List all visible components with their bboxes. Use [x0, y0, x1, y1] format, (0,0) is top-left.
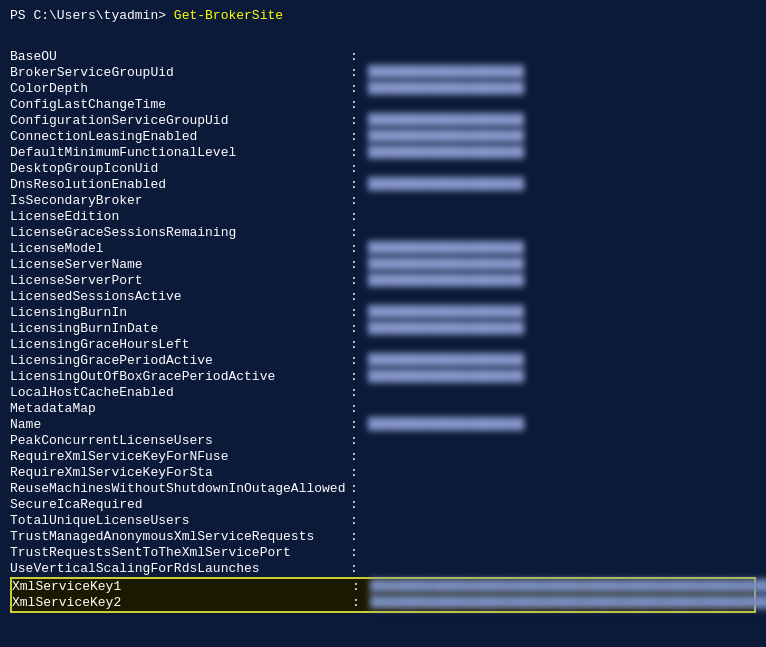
prop-row: RequireXmlServiceKeyForNFuse:	[10, 449, 756, 465]
prop-name: LicenseModel	[10, 241, 350, 257]
prop-colon: :	[350, 129, 360, 145]
prop-colon: :	[350, 193, 360, 209]
prop-name: BaseOU	[10, 49, 350, 65]
prop-row: Name:████████████████████	[10, 417, 756, 433]
prop-colon: :	[350, 97, 360, 113]
prop-name: TotalUniqueLicenseUsers	[10, 513, 350, 529]
highlighted-prop-value: ████████████████████████████████████████…	[370, 595, 766, 611]
prop-name: IsSecondaryBroker	[10, 193, 350, 209]
prop-row: TrustManagedAnonymousXmlServiceRequests:	[10, 529, 756, 545]
prop-name: LicensingOutOfBoxGracePeriodActive	[10, 369, 350, 385]
prop-colon: :	[350, 209, 360, 225]
prop-value: ████████████████████	[368, 113, 756, 129]
prop-row: LicensingGracePeriodActive:█████████████…	[10, 353, 756, 369]
prop-colon: :	[350, 65, 360, 81]
prop-name: LicensingGracePeriodActive	[10, 353, 350, 369]
prop-row: ConfigurationServiceGroupUid:███████████…	[10, 113, 756, 129]
prop-colon: :	[350, 529, 360, 545]
prop-name: RequireXmlServiceKeyForNFuse	[10, 449, 350, 465]
prop-name: MetadataMap	[10, 401, 350, 417]
prop-row: LicensingOutOfBoxGracePeriodActive:█████…	[10, 369, 756, 385]
prop-row: LicensingBurnIn:████████████████████	[10, 305, 756, 321]
prop-colon: :	[350, 545, 360, 561]
prop-colon: :	[350, 465, 360, 481]
prompt-command: Get-BrokerSite	[174, 8, 283, 23]
prop-name: DefaultMinimumFunctionalLevel	[10, 145, 350, 161]
prop-row: DefaultMinimumFunctionalLevel:██████████…	[10, 145, 756, 161]
prop-value: ████████████████████	[368, 177, 756, 193]
prop-colon: :	[350, 513, 360, 529]
prop-colon: :	[350, 337, 360, 353]
prop-value: ████████████████████	[368, 241, 756, 257]
prop-colon: :	[350, 81, 360, 97]
prop-colon: :	[350, 481, 360, 497]
prop-row: PeakConcurrentLicenseUsers:	[10, 433, 756, 449]
ps-path: PS C:\Users\tyadmin>	[10, 8, 166, 23]
prop-row: LicensingGraceHoursLeft:	[10, 337, 756, 353]
prop-name: LicensingBurnInDate	[10, 321, 350, 337]
prop-value: ████████████████████	[368, 81, 756, 97]
prop-row: IsSecondaryBroker:	[10, 193, 756, 209]
properties-list: BaseOU:BrokerServiceGroupUid:███████████…	[10, 33, 756, 577]
prop-value: ████████████████████	[368, 129, 756, 145]
highlighted-section: XmlServiceKey1:█████████████████████████…	[10, 577, 756, 613]
prop-name: LicenseServerName	[10, 257, 350, 273]
prop-name: LicensingBurnIn	[10, 305, 350, 321]
prop-row: LicensingBurnInDate:████████████████████	[10, 321, 756, 337]
prop-name: DesktopGroupIconUid	[10, 161, 350, 177]
prop-value: ████████████████████	[368, 65, 756, 81]
highlighted-prop-name: XmlServiceKey1	[12, 579, 352, 595]
prop-value: ████████████████████	[368, 145, 756, 161]
prop-row: LicenseServerPort:████████████████████	[10, 273, 756, 289]
prop-row: SecureIcaRequired:	[10, 497, 756, 513]
prop-row: TotalUniqueLicenseUsers:	[10, 513, 756, 529]
prop-name: ColorDepth	[10, 81, 350, 97]
prop-value: ████████████████████	[368, 305, 756, 321]
prop-name: SecureIcaRequired	[10, 497, 350, 513]
prop-name: BrokerServiceGroupUid	[10, 65, 350, 81]
prop-colon: :	[350, 241, 360, 257]
prop-row: ConnectionLeasingEnabled:███████████████…	[10, 129, 756, 145]
prop-colon: :	[350, 113, 360, 129]
prop-colon: :	[350, 145, 360, 161]
prop-value: ████████████████████	[368, 273, 756, 289]
prop-colon: :	[350, 417, 360, 433]
highlighted-prop-colon: :	[352, 579, 362, 595]
prop-name: RequireXmlServiceKeyForSta	[10, 465, 350, 481]
prop-row: RequireXmlServiceKeyForSta:	[10, 465, 756, 481]
prop-colon: :	[350, 289, 360, 305]
highlighted-prop-colon: :	[352, 595, 362, 611]
prop-row: LicenseServerName:████████████████████	[10, 257, 756, 273]
prop-colon: :	[350, 353, 360, 369]
prop-colon: :	[350, 257, 360, 273]
prop-name: PeakConcurrentLicenseUsers	[10, 433, 350, 449]
prop-colon: :	[350, 49, 360, 65]
prop-colon: :	[350, 161, 360, 177]
prop-row: DnsResolutionEnabled:███████████████████…	[10, 177, 756, 193]
prop-row: LicenseEdition:	[10, 209, 756, 225]
prop-row: ReuseMachinesWithoutShutdownInOutageAllo…	[10, 481, 756, 497]
prop-name: LicenseEdition	[10, 209, 350, 225]
prop-name: LicenseGraceSessionsRemaining	[10, 225, 350, 241]
prop-value: ████████████████████	[368, 257, 756, 273]
prop-name: UseVerticalScalingForRdsLaunches	[10, 561, 350, 577]
prop-name: LicenseServerPort	[10, 273, 350, 289]
prop-row: MetadataMap:	[10, 401, 756, 417]
empty-row	[10, 33, 756, 49]
prop-colon: :	[350, 225, 360, 241]
highlighted-prop-row: XmlServiceKey1:█████████████████████████…	[12, 579, 754, 595]
prop-row: BaseOU:	[10, 49, 756, 65]
prop-name: TrustManagedAnonymousXmlServiceRequests	[10, 529, 350, 545]
prop-name: ReuseMachinesWithoutShutdownInOutageAllo…	[10, 481, 350, 497]
prop-name: LicensingGraceHoursLeft	[10, 337, 350, 353]
prop-name: ConfigurationServiceGroupUid	[10, 113, 350, 129]
prop-row: LicenseGraceSessionsRemaining:	[10, 225, 756, 241]
prop-name: TrustRequestsSentToTheXmlServicePort	[10, 545, 350, 561]
prompt-line: PS C:\Users\tyadmin> Get-BrokerSite	[10, 8, 756, 23]
prop-row: TrustRequestsSentToTheXmlServicePort:	[10, 545, 756, 561]
prop-name: DnsResolutionEnabled	[10, 177, 350, 193]
prop-colon: :	[350, 385, 360, 401]
prop-value: ████████████████████	[368, 353, 756, 369]
prop-row: UseVerticalScalingForRdsLaunches:	[10, 561, 756, 577]
prop-colon: :	[350, 321, 360, 337]
